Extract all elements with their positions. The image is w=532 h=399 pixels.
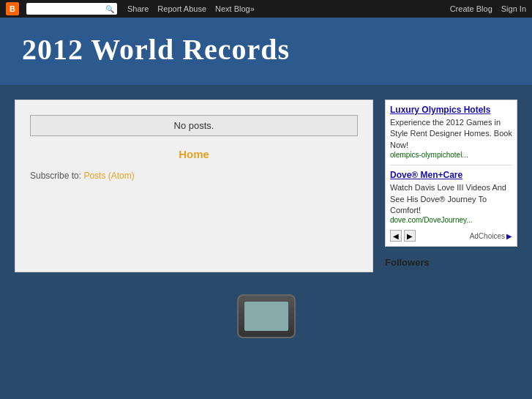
content-area: No posts. Home Subscribe to: Posts (Atom… [0,85,532,287]
ad1-title[interactable]: Luxury Olympics Hotels [390,105,512,115]
sidebar: Luxury Olympics Hotels Experience the 20… [385,100,517,272]
ad-navigation: ◀ ▶ AdChoices ▶ [390,230,512,242]
search-input[interactable] [29,4,102,14]
ad-prev-button[interactable]: ◀ [390,230,402,242]
ad-next-button[interactable]: ▶ [404,230,416,242]
no-posts-text: No posts. [174,120,214,131]
report-abuse-link[interactable]: Report Abuse [157,4,206,13]
adchoices-label: AdChoices [470,232,505,240]
ad2-body: Watch Davis Love III Videos And See His … [390,183,506,215]
no-posts-box: No posts. [30,115,358,136]
ad-divider [390,165,512,165]
main-content: No posts. Home Subscribe to: Posts (Atom… [15,100,373,272]
create-blog-link[interactable]: Create Blog [450,4,492,13]
adchoices-icon: ▶ [506,232,512,240]
device-image [237,294,296,338]
bottom-area [0,287,532,346]
navbar-links: Share Report Abuse Next Blog» [127,4,255,13]
search-icon: 🔍 [105,5,114,13]
device-screen [244,302,288,331]
blog-title: 2012 World Records [22,32,510,67]
ad2-title[interactable]: Dove® Men+Care [390,170,512,180]
next-blog-link[interactable]: Next Blog» [215,4,255,13]
navbar: B 🔍 Share Report Abuse Next Blog» Create… [0,0,532,18]
subscribe-line: Subscribe to: Posts (Atom) [30,171,358,181]
ad-widget: Luxury Olympics Hotels Experience the 20… [385,100,517,247]
followers-title: Followers [385,257,517,268]
blog-header: 2012 World Records [0,18,532,85]
followers-section: Followers [385,257,517,268]
ad1-body: Experience the 2012 Games in Style Rent … [390,118,512,149]
ad1-url: olempics-olympichotel... [390,151,512,159]
subscribe-link[interactable]: Posts (Atom) [83,171,134,181]
search-box: 🔍 [26,3,117,15]
navbar-right: Create Blog Sign In [450,4,526,13]
sign-in-link[interactable]: Sign In [501,4,526,13]
share-link[interactable]: Share [127,4,149,13]
home-link[interactable]: Home [30,148,358,160]
adchoices: AdChoices ▶ [470,232,512,240]
ad2-url: dove.com/DoveJourney... [390,216,512,224]
subscribe-prefix: Subscribe to: [30,171,81,181]
blogger-logo: B [6,2,19,15]
